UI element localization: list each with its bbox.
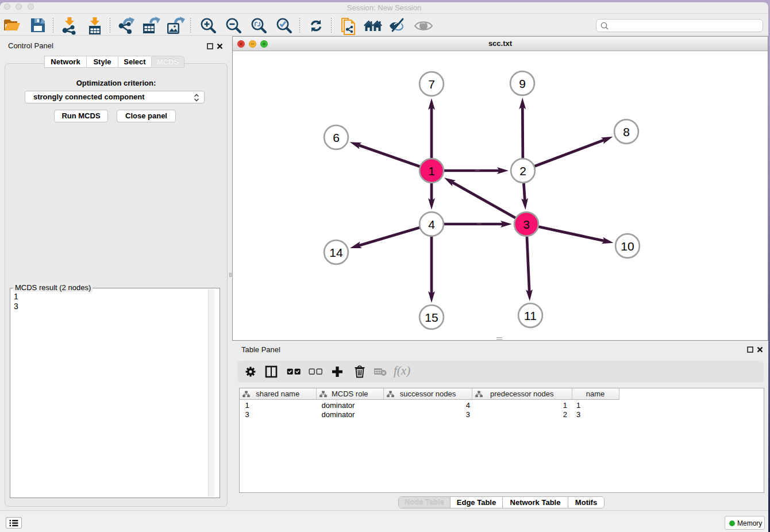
svg-text:8: 8 — [623, 125, 630, 138]
svg-text:14: 14 — [329, 246, 343, 259]
svg-text:15: 15 — [425, 311, 438, 324]
svg-text:3: 3 — [523, 218, 530, 231]
svg-text:1: 1 — [428, 164, 435, 178]
svg-text:11: 11 — [524, 309, 537, 322]
svg-text:2: 2 — [519, 164, 526, 178]
svg-text:10: 10 — [621, 240, 634, 253]
svg-text:6: 6 — [333, 131, 340, 144]
svg-text:7: 7 — [428, 78, 435, 91]
svg-text:9: 9 — [519, 77, 526, 90]
svg-text:4: 4 — [428, 218, 435, 231]
